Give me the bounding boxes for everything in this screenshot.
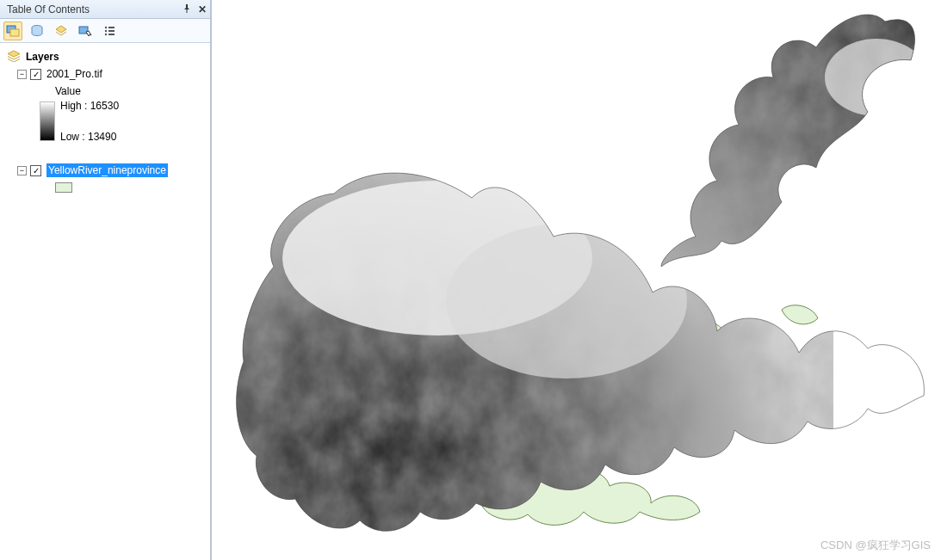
- vector-fill-swatch: [55, 182, 72, 193]
- expand-toggle-icon[interactable]: −: [17, 70, 27, 79]
- map-svg: [214, 0, 941, 560]
- svg-point-6: [105, 29, 107, 31]
- toc-tree: Layers − ✓ 2001_Pro.tif Value High : 165…: [0, 43, 210, 560]
- raster-low-label: Low : 13490: [60, 131, 119, 143]
- table-of-contents-panel: Table Of Contents ✕ Layers: [0, 0, 212, 560]
- toc-title: Table Of Contents: [7, 3, 183, 15]
- options-icon[interactable]: [100, 22, 119, 40]
- svg-point-4: [105, 26, 107, 28]
- raster-value-label: Value: [55, 85, 81, 97]
- expand-toggle-icon[interactable]: −: [17, 166, 27, 175]
- raster-high-label: High : 16530: [60, 100, 119, 112]
- close-icon[interactable]: ✕: [198, 3, 207, 15]
- toc-titlebar: Table Of Contents ✕: [0, 0, 210, 19]
- layers-group-icon: [7, 50, 21, 65]
- svg-point-8: [105, 33, 107, 34]
- layers-root-label: Layers: [26, 51, 59, 63]
- svg-rect-1: [10, 29, 19, 36]
- pin-icon[interactable]: [183, 3, 191, 15]
- layer-item-raster[interactable]: − ✓ 2001_Pro.tif: [3, 65, 207, 83]
- list-by-visibility-icon[interactable]: [52, 22, 71, 40]
- layer-checkbox[interactable]: ✓: [30, 165, 41, 176]
- svg-point-16: [825, 39, 928, 116]
- list-by-drawing-order-icon[interactable]: [3, 22, 22, 40]
- raster-layer-northeast: [644, 0, 937, 292]
- svg-rect-7: [108, 30, 115, 32]
- raster-gradient-swatch: [40, 102, 55, 141]
- svg-rect-9: [108, 34, 115, 35]
- raster-symbology: High : 16530 Low : 13490: [3, 100, 207, 143]
- toc-toolbar: [0, 19, 210, 43]
- layer-name: 2001_Pro.tif: [46, 68, 102, 80]
- svg-point-13: [446, 224, 687, 378]
- list-by-source-icon[interactable]: [28, 22, 46, 40]
- layer-item-vector[interactable]: − ✓ YellowRiver_nineprovince: [3, 162, 207, 179]
- map-view[interactable]: [214, 0, 941, 560]
- layers-root[interactable]: Layers: [3, 48, 207, 65]
- list-by-selection-icon[interactable]: [76, 22, 95, 40]
- svg-rect-5: [108, 27, 115, 28]
- layer-checkbox[interactable]: ✓: [30, 69, 41, 80]
- layer-name: YellowRiver_nineprovince: [46, 163, 168, 177]
